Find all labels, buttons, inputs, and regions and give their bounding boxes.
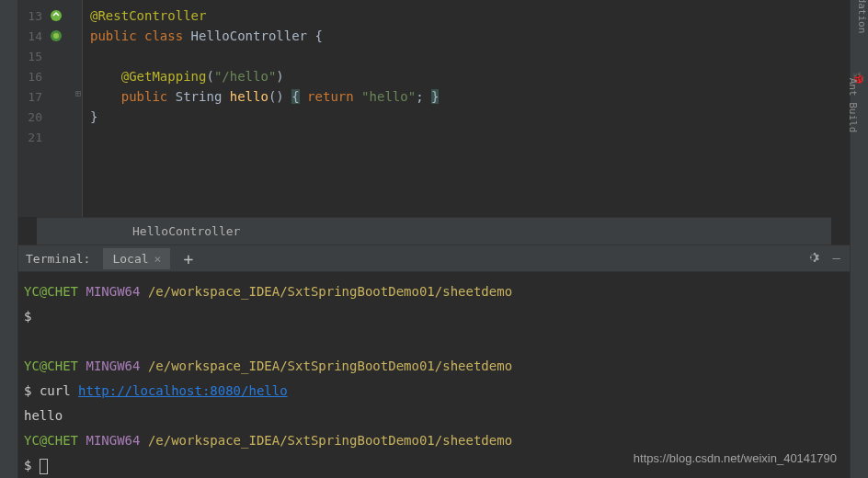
prompt-path: /e/workspace_IDEA/SxtSpringBootDemo01/sh… (148, 284, 512, 299)
line-number: 17 (24, 90, 42, 104)
terminal-response: hello (24, 408, 63, 423)
close-icon[interactable]: × (154, 252, 162, 266)
line-number: 21 (24, 131, 42, 144)
keyword: public (121, 89, 168, 104)
editor-gutter: 13 14 15 16 17 20 21 (18, 0, 83, 217)
string-literal: "hello" (361, 89, 416, 104)
prompt-env: MINGW64 (86, 358, 140, 373)
svg-point-2 (53, 33, 59, 39)
terminal-tab-label: Local (112, 252, 148, 266)
string-literal: "/hello" (214, 69, 276, 84)
prompt-env: MINGW64 (86, 433, 140, 448)
spring-bean-icon[interactable] (48, 28, 64, 44)
add-tab-button[interactable]: + (183, 249, 193, 268)
class-name: HelloController (191, 28, 307, 43)
line-number: 14 (24, 29, 42, 43)
semicolon: ; (416, 89, 423, 104)
svg-point-0 (51, 10, 62, 21)
line-number: 15 (24, 50, 42, 63)
terminal-cursor (40, 459, 48, 474)
paren: ) (276, 89, 283, 104)
prompt-path: /e/workspace_IDEA/SxtSpringBootDemo01/sh… (148, 358, 512, 373)
breadcrumb[interactable]: HelloController (37, 217, 831, 245)
command-curl: curl (40, 383, 71, 398)
terminal-tab-local[interactable]: Local × (103, 248, 170, 269)
prompt-symbol: $ (24, 383, 31, 398)
prompt-path: /e/workspace_IDEA/SxtSpringBootDemo01/sh… (148, 433, 512, 448)
fold-marker-icon[interactable]: ⊞ (75, 88, 81, 98)
minimize-icon[interactable]: — (833, 250, 840, 267)
left-tool-sidebar-full (0, 0, 18, 478)
brace: { (314, 28, 322, 43)
gear-icon[interactable] (805, 250, 820, 267)
keyword: return (307, 89, 354, 104)
watermark: https://blog.csdn.net/weixin_40141790 (634, 451, 837, 465)
paren: ) (276, 69, 283, 84)
prompt-user: YC@CHET (24, 358, 78, 373)
terminal-header: Terminal: Local × + — (18, 245, 850, 272)
url-link[interactable]: http://localhost:8080/hello (78, 383, 288, 398)
terminal-output[interactable]: YC@CHET MINGW64 /e/workspace_IDEA/SxtSpr… (18, 272, 850, 478)
paren: ( (206, 69, 213, 84)
keyword: class (144, 28, 183, 43)
keyword: public (90, 28, 137, 43)
line-number: 13 (24, 9, 42, 23)
line-number: 16 (24, 70, 42, 84)
prompt-symbol: $ (24, 458, 31, 472)
brace: } (431, 89, 439, 104)
prompt-user: YC@CHET (24, 433, 78, 448)
prompt-symbol: $ (24, 309, 31, 324)
type: String (176, 89, 223, 104)
brace: } (90, 109, 97, 124)
breadcrumb-item[interactable]: HelloController (132, 224, 240, 238)
right-tool-sidebar: dation 🐞 Ant Build (850, 0, 868, 478)
sidebar-ant-build[interactable]: Ant Build (848, 78, 860, 133)
brace: { (291, 89, 299, 104)
spring-rest-icon[interactable] (48, 7, 64, 24)
method-name: hello (230, 89, 268, 104)
code-content[interactable]: ⊞ @RestController public class HelloCont… (83, 0, 850, 217)
code-editor[interactable]: 13 14 15 16 17 20 21 ⊞ @RestController p… (18, 0, 850, 217)
prompt-user: YC@CHET (24, 284, 78, 299)
sidebar-dation[interactable]: dation (857, 0, 868, 33)
terminal-panel: Terminal: Local × + — YC@CHET MINGW64 /e… (18, 245, 850, 478)
annotation: @GetMapping (121, 69, 207, 84)
prompt-env: MINGW64 (86, 284, 140, 299)
annotation: @RestController (90, 8, 206, 23)
terminal-title: Terminal: (26, 252, 90, 266)
line-number: 20 (24, 110, 42, 124)
